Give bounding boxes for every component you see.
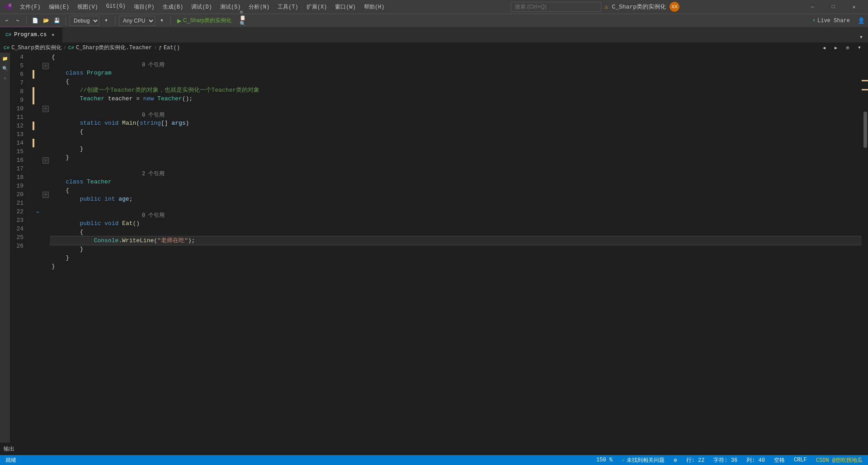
minimize-button[interactable]: — <box>802 0 823 14</box>
platform-select[interactable]: Any CPU <box>119 16 155 26</box>
code-line[interactable]: class Program <box>50 69 862 77</box>
activity-explorer[interactable]: 📁 <box>1 55 9 63</box>
line-number: 7 <box>10 79 27 87</box>
gutter-item <box>34 225 42 233</box>
code-line[interactable]: public void Eat() <box>50 219 862 228</box>
code-line[interactable]: { <box>50 77 862 86</box>
platform-dropdown-icon[interactable]: ▼ <box>157 16 167 26</box>
breadcrumb-item-2[interactable]: C# C_Sharp类的实例化.Teacher <box>68 44 152 52</box>
toolbar-file-group: 📄 📂 💾 <box>30 16 62 26</box>
breadcrumb-bar: C# C_Sharp类的实例化 › C# C_Sharp类的实例化.Teache… <box>0 43 868 53</box>
title-bar-center: ⚠ C_Sharp类的实例化 XX <box>511 2 679 12</box>
fold-item <box>42 53 50 61</box>
status-ready[interactable]: 就绪 <box>4 456 18 464</box>
activity-git[interactable]: ⑂ <box>1 75 9 83</box>
code-line[interactable]: static void Main(string[] args) <box>50 119 862 127</box>
code-line[interactable]: } <box>50 262 862 271</box>
code-line[interactable]: //创建一个Teacher类的对象，也就是实例化一个Teacher类的对象 <box>50 86 862 94</box>
code-line[interactable]: { <box>50 186 862 195</box>
code-line[interactable]: public int age; <box>50 195 862 203</box>
code-area[interactable]: {0 个引用 class Program { //创建一个Teacher类的对象… <box>50 53 862 442</box>
breadcrumb-close[interactable]: ▼ <box>854 43 864 53</box>
code-token: //创建一个Teacher类的对象，也就是实例化一个Teacher类的对象 <box>52 86 259 94</box>
debug-config-select[interactable]: Debug <box>70 16 99 26</box>
menu-debug[interactable]: 调试(D) <box>188 2 216 12</box>
menu-edit[interactable]: 编辑(E) <box>45 2 73 12</box>
breadcrumb-nav-left[interactable]: ◀ <box>819 43 829 53</box>
menu-window[interactable]: 窗口(W) <box>331 2 359 12</box>
status-encoding[interactable]: CRLF <box>792 457 809 463</box>
menu-file[interactable]: 文件(F) <box>16 2 44 12</box>
status-row[interactable]: 行: 22 <box>684 456 707 464</box>
undo-button[interactable]: ↩ <box>2 16 12 26</box>
gutter-item <box>34 139 42 147</box>
code-line[interactable]: { <box>50 127 862 136</box>
menu-view[interactable]: 视图(V) <box>74 2 102 12</box>
activity-search[interactable]: 🔍 <box>1 65 9 73</box>
edit-icon[interactable]: ✏ <box>37 209 40 215</box>
status-zoom[interactable]: 150 % <box>594 457 614 463</box>
gutter-item: ✏ <box>34 207 42 216</box>
run-button[interactable]: ▶ C_Sharp类的实例化 <box>175 16 234 25</box>
menu-tools[interactable]: 工具(T) <box>274 2 302 12</box>
redo-button[interactable]: ↪ <box>13 16 23 26</box>
status-pos[interactable]: 列: 40 <box>745 456 767 464</box>
fold-icon[interactable]: − <box>42 157 49 164</box>
check-icon: ✓ <box>622 457 625 464</box>
liveshare-icon: ⚡ <box>812 17 816 24</box>
maximize-button[interactable]: □ <box>823 0 844 14</box>
feedback-button[interactable]: 👤 <box>856 16 866 26</box>
code-line[interactable]: } <box>50 145 862 153</box>
split-editor-button[interactable]: ⊞ <box>843 43 853 53</box>
fold-icon[interactable]: − <box>42 106 49 112</box>
code-token: () <box>132 219 140 228</box>
code-line[interactable]: { <box>50 228 862 236</box>
gutter-item <box>34 70 42 79</box>
status-errors[interactable]: ⚙ <box>672 457 679 464</box>
title-text: C_Sharp类的实例化 <box>612 3 666 11</box>
status-bar: 就绪 150 % ✓ 未找到相关问题 ⚙ 行: 22 字符: 36 列: 40 … <box>0 455 868 465</box>
right-scrollbar[interactable] <box>862 53 868 442</box>
code-line[interactable]: class Teacher <box>50 178 862 186</box>
tab-program-cs[interactable]: C# Program.cs ✕ <box>0 27 62 42</box>
vs-logo <box>4 2 13 11</box>
open-button[interactable]: 📂 <box>41 16 51 26</box>
menu-git[interactable]: Git(G) <box>103 2 129 12</box>
tab-list-button[interactable]: ▼ <box>856 33 866 42</box>
code-line[interactable]: } <box>50 245 862 254</box>
fold-item <box>42 233 50 242</box>
code-line[interactable] <box>50 103 862 112</box>
menu-help[interactable]: 帮助(H) <box>360 2 388 12</box>
new-file-button[interactable]: 📄 <box>30 16 40 26</box>
code-line[interactable] <box>50 162 862 170</box>
ref-hint-text: 0 个引用 <box>142 61 165 69</box>
code-line[interactable] <box>50 271 862 279</box>
status-space[interactable]: 空格 <box>772 456 787 464</box>
menu-extensions[interactable]: 扩展(X) <box>303 2 331 12</box>
code-line[interactable]: } <box>50 153 862 162</box>
code-line[interactable]: Teacher teacher = new Teacher(); <box>50 94 862 103</box>
code-line[interactable]: } <box>50 254 862 262</box>
scroll-thumb[interactable] <box>863 112 867 148</box>
code-line[interactable] <box>50 136 862 145</box>
status-col[interactable]: 字符: 36 <box>712 456 739 464</box>
global-search-input[interactable] <box>511 2 601 12</box>
code-token: ( <box>136 119 140 127</box>
menu-project[interactable]: 项目(P) <box>130 2 158 12</box>
status-issues[interactable]: ✓ 未找到相关问题 <box>620 456 666 464</box>
code-line[interactable] <box>50 203 862 212</box>
close-button[interactable]: ✕ <box>844 0 864 14</box>
code-token: Console <box>94 236 119 245</box>
tab-close-button[interactable]: ✕ <box>49 31 57 38</box>
breadcrumb-nav-right[interactable]: ▶ <box>831 43 841 53</box>
code-line[interactable]: Console.WriteLine("老师在吃"); <box>50 236 862 245</box>
config-dropdown-icon[interactable]: ▼ <box>101 16 111 26</box>
save-button[interactable]: 💾 <box>52 16 62 26</box>
menu-build[interactable]: 生成(B) <box>159 2 187 12</box>
liveshare-button[interactable]: ⚡ Live Share <box>810 16 853 25</box>
code-line[interactable]: { <box>50 53 862 61</box>
fold-icon[interactable]: − <box>42 63 49 69</box>
breadcrumb-item-1[interactable]: C# C_Sharp类的实例化 <box>4 44 61 52</box>
breadcrumb-item-3[interactable]: ƒ Eat() <box>159 45 180 51</box>
fold-icon[interactable]: − <box>42 192 49 198</box>
